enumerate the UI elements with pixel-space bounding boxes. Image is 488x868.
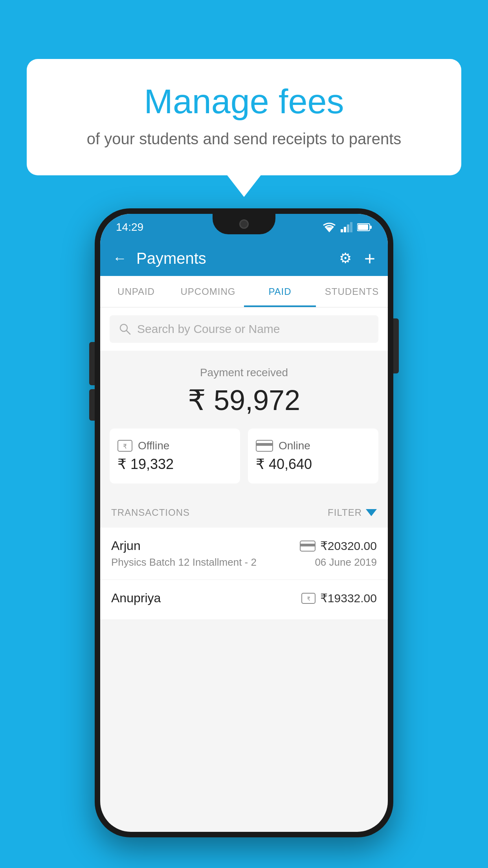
online-amount: ₹ 40,640 (256, 456, 371, 473)
status-time: 14:29 (116, 221, 143, 234)
transaction-bottom-1: Physics Batch 12 Installment - 2 06 June… (111, 556, 377, 568)
speech-bubble: Manage fees of your students and send re… (27, 59, 461, 175)
search-box[interactable]: Search by Course or Name (110, 315, 378, 343)
transaction-amount-2: ₹19332.00 (320, 591, 377, 605)
svg-text:₹: ₹ (306, 596, 310, 602)
online-icon (256, 440, 273, 452)
header-left: ← Payments (113, 250, 206, 267)
tab-unpaid[interactable]: UNPAID (100, 276, 172, 307)
offline-card-header: ₹ Offline (117, 440, 232, 452)
transaction-right-1: ₹20320.00 (300, 539, 377, 553)
phone-frame: 14:29 (95, 208, 393, 837)
settings-button[interactable]: ⚙ (339, 250, 352, 267)
tab-paid[interactable]: PAID (244, 276, 316, 307)
table-row[interactable]: Anupriya ₹ ₹19332.00 (100, 580, 388, 620)
back-button[interactable]: ← (113, 250, 127, 267)
search-container: Search by Course or Name (100, 307, 388, 351)
payment-label: Payment received (110, 366, 378, 379)
app-header: ← Payments ⚙ + (100, 241, 388, 276)
search-icon (119, 323, 131, 335)
svg-rect-7 (358, 224, 368, 230)
transaction-top-2: Anupriya ₹ ₹19332.00 (111, 591, 377, 605)
course-name-1: Physics Batch 12 Installment - 2 (111, 556, 257, 568)
transaction-right-2: ₹ ₹19332.00 (301, 591, 377, 605)
table-row[interactable]: Arjun ₹20320.00 Physics Batch 12 Install… (100, 528, 388, 580)
front-camera (239, 219, 249, 229)
payment-cards: ₹ Offline ₹ 19,332 Online (110, 428, 378, 484)
offline-amount: ₹ 19,332 (117, 456, 232, 473)
svg-text:₹: ₹ (123, 443, 127, 450)
tabs-container: UNPAID UPCOMING PAID STUDENTS (100, 276, 388, 307)
add-button[interactable]: + (364, 248, 375, 269)
offline-card-type: Offline (138, 440, 169, 452)
card-payment-icon (300, 541, 316, 552)
transactions-header: TRANSACTIONS FILTER (100, 498, 388, 528)
svg-rect-1 (341, 229, 343, 232)
payment-total-amount: ₹ 59,972 (110, 384, 378, 417)
phone-notch (213, 214, 275, 234)
bubble-subtitle: of your students and send receipts to pa… (58, 130, 430, 148)
header-right: ⚙ + (339, 248, 375, 269)
svg-rect-15 (300, 544, 315, 546)
offline-payment-card: ₹ Offline ₹ 19,332 (110, 428, 240, 484)
transactions-label: TRANSACTIONS (111, 507, 190, 518)
svg-rect-2 (344, 227, 346, 232)
speech-bubble-container: Manage fees of your students and send re… (27, 59, 461, 175)
online-card-type: Online (279, 440, 310, 452)
tab-students[interactable]: STUDENTS (316, 276, 388, 307)
transaction-top-1: Arjun ₹20320.00 (111, 539, 377, 553)
tab-upcoming[interactable]: UPCOMING (172, 276, 244, 307)
signal-icon (341, 222, 352, 232)
wifi-icon (323, 222, 336, 232)
status-icons (323, 222, 372, 232)
battery-icon (357, 223, 372, 232)
online-payment-card: Online ₹ 40,640 (248, 428, 378, 484)
phone-screen: 14:29 (100, 214, 388, 832)
transaction-date-1: 06 June 2019 (315, 556, 377, 568)
svg-rect-6 (370, 226, 372, 229)
online-card-header: Online (256, 440, 371, 452)
offline-icon: ₹ (117, 440, 132, 452)
svg-line-9 (127, 331, 130, 334)
filter-icon (366, 509, 377, 516)
filter-button[interactable]: FILTER (328, 507, 377, 518)
svg-rect-4 (350, 222, 352, 232)
student-name-2: Anupriya (111, 591, 161, 605)
header-title: Payments (136, 250, 206, 267)
svg-rect-3 (347, 224, 349, 232)
svg-marker-0 (325, 227, 334, 232)
student-name-1: Arjun (111, 539, 141, 553)
search-input[interactable]: Search by Course or Name (137, 322, 280, 336)
payment-summary: Payment received ₹ 59,972 ₹ Offline ₹ 19… (100, 351, 388, 498)
svg-rect-13 (256, 443, 273, 446)
offline-payment-icon: ₹ (301, 593, 316, 604)
bubble-title: Manage fees (58, 83, 430, 121)
transaction-amount-1: ₹20320.00 (320, 539, 377, 553)
